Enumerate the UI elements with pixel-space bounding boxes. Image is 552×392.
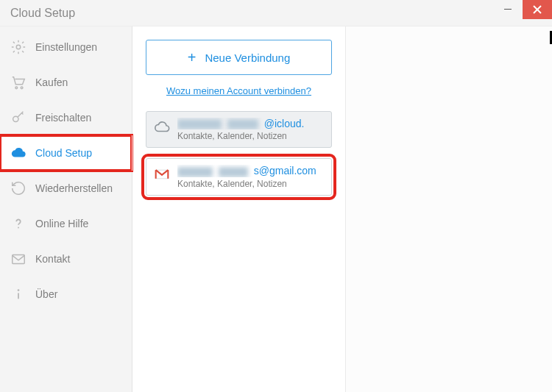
- mail-icon: [9, 249, 28, 268]
- sidebar-item-label: Einstellungen: [35, 41, 97, 53]
- svg-rect-7: [13, 255, 25, 264]
- svg-rect-9: [18, 293, 19, 299]
- sidebar-item-label: Über: [35, 288, 57, 300]
- sidebar-item-label: Kontakt: [35, 253, 70, 265]
- gmail-icon: [154, 166, 170, 182]
- why-connect-link[interactable]: Wozu meinen Account verbinden?: [146, 85, 332, 96]
- sidebar-item-kaufen[interactable]: Kaufen: [0, 65, 132, 100]
- sidebar-item-label: Cloud Setup: [35, 147, 92, 159]
- sidebar-item-einstellungen[interactable]: Einstellungen: [0, 29, 132, 65]
- account-email: @icloud.: [177, 118, 324, 129]
- help-icon: [9, 214, 28, 233]
- sidebar-item-ueber[interactable]: Über: [0, 277, 132, 312]
- minimize-icon: [504, 9, 512, 10]
- main-column: + Neue Verbindung Wozu meinen Account ve…: [132, 26, 346, 392]
- minimize-button[interactable]: [493, 0, 523, 19]
- account-email-suffix: s@gmail.com: [254, 165, 316, 177]
- app-body: Einstellungen Kaufen Freischalten: [0, 26, 552, 392]
- cloud-outline-icon: [154, 119, 170, 135]
- svg-point-5: [13, 116, 18, 121]
- obscured-text: [177, 119, 222, 129]
- sidebar-item-wiederherstellen[interactable]: Wiederherstellen: [0, 171, 132, 206]
- sidebar-item-label: Wiederherstellen: [35, 182, 113, 194]
- account-card-gmail[interactable]: s@gmail.com Kontakte, Kalender, Notizen: [146, 158, 332, 195]
- cart-icon: [9, 73, 28, 92]
- sidebar-item-online-hilfe[interactable]: Online Hilfe: [0, 206, 132, 241]
- key-icon: [9, 108, 28, 127]
- obscured-text: [177, 167, 213, 177]
- restore-icon: [9, 179, 28, 198]
- sidebar-item-label: Kaufen: [35, 76, 68, 88]
- obscured-text: [227, 119, 258, 129]
- close-icon: [533, 5, 542, 14]
- sidebar-item-freischalten[interactable]: Freischalten: [0, 100, 132, 135]
- obscured-text: [219, 167, 248, 177]
- svg-point-4: [21, 87, 23, 89]
- sidebar-item-cloud-setup[interactable]: Cloud Setup: [0, 135, 132, 171]
- new-connection-button[interactable]: + Neue Verbindung: [146, 40, 332, 75]
- svg-point-6: [18, 227, 19, 229]
- svg-point-2: [16, 45, 21, 49]
- gear-icon: [9, 38, 28, 57]
- title-bar: Cloud Setup: [0, 0, 552, 26]
- cloud-icon: [9, 143, 28, 163]
- account-card-icloud[interactable]: @icloud. Kontakte, Kalender, Notizen: [146, 111, 332, 148]
- account-lines: s@gmail.com Kontakte, Kalender, Notizen: [177, 165, 324, 188]
- account-subtitle: Kontakte, Kalender, Notizen: [177, 131, 324, 141]
- sidebar: Einstellungen Kaufen Freischalten: [0, 26, 132, 392]
- new-connection-label: Neue Verbindung: [205, 51, 290, 64]
- sidebar-item-kontakt[interactable]: Kontakt: [0, 241, 132, 277]
- sidebar-item-label: Freischalten: [35, 112, 91, 124]
- detail-pane: [346, 26, 552, 392]
- svg-point-8: [18, 289, 20, 291]
- close-button[interactable]: [523, 0, 552, 19]
- window-title: Cloud Setup: [10, 7, 493, 20]
- sidebar-item-label: Online Hilfe: [35, 218, 88, 229]
- account-lines: @icloud. Kontakte, Kalender, Notizen: [177, 118, 324, 141]
- plus-icon: +: [188, 49, 197, 66]
- svg-point-3: [15, 87, 18, 89]
- account-subtitle: Kontakte, Kalender, Notizen: [177, 179, 324, 189]
- account-email-suffix: @icloud.: [264, 118, 305, 129]
- account-email: s@gmail.com: [177, 165, 324, 177]
- info-icon: [9, 285, 28, 304]
